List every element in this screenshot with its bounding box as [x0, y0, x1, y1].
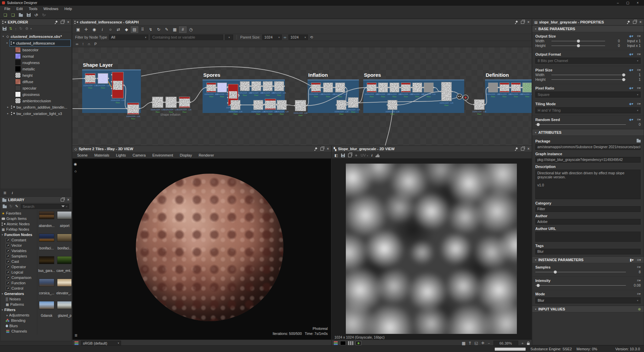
fit-view-icon[interactable]: ◱: [475, 341, 478, 345]
undo-icon[interactable]: ↺▾: [33, 12, 40, 18]
image-icon[interactable]: ▦: [171, 26, 178, 33]
close-icon[interactable]: ×: [637, 1, 639, 5]
function-icon[interactable]: ◈▾: [629, 118, 633, 121]
float-icon[interactable]: [521, 21, 524, 24]
camera-icon[interactable]: ◉: [74, 162, 77, 166]
reload-icon[interactable]: ↻: [19, 26, 22, 31]
graph-node[interactable]: 1024x1024 - L16Raw: [439, 82, 453, 106]
graph-canvas[interactable]: 1024x1024 - L16Raw1024x1024 - L16Raw1024…: [72, 47, 532, 146]
graph-dot-node[interactable]: [463, 95, 468, 100]
explorer-output-normal[interactable]: normal: [2, 53, 71, 59]
screenshot-icon[interactable]: ◉: [91, 26, 98, 33]
rotate-icon[interactable]: ↻: [155, 26, 162, 33]
menu-icon[interactable]: ≡▾: [637, 68, 641, 72]
timer-icon[interactable]: ◷: [187, 26, 195, 33]
histogram-icon[interactable]: [376, 154, 380, 157]
save-all-icon[interactable]: [25, 12, 32, 18]
description-field[interactable]: Directional blur with direction driven b…: [535, 170, 641, 199]
open-icon[interactable]: [17, 12, 24, 18]
float-icon[interactable]: [61, 21, 64, 24]
library-category-control[interactable]: ↗Control: [0, 286, 37, 291]
pixel-ratio-select[interactable]: Square▾: [535, 92, 641, 98]
view3d-menu-materials[interactable]: Materials: [91, 153, 113, 157]
node-icon[interactable]: ◆: [123, 26, 130, 33]
graph-node[interactable]: 1024x1024 - L16Raw: [472, 100, 486, 115]
hierarchy-tab-icon[interactable]: ≣: [3, 191, 6, 195]
search-options-button[interactable]: ▾: [225, 35, 233, 40]
export-image-icon[interactable]: ◧: [334, 153, 338, 158]
view3d-canvas[interactable]: ◉ ☼ Photoreal Iterations: 500/500 Time: …: [72, 159, 331, 340]
close-icon[interactable]: ×: [639, 20, 642, 24]
explorer-package-row[interactable]: ▾ ◇ clustered_inflorescence.sbs*: [2, 33, 71, 40]
view3d-menu-scene[interactable]: Scene: [74, 153, 91, 157]
tiling-mode-select[interactable]: H and V Tiling▾: [535, 107, 641, 113]
library-category-function[interactable]: ↗Function: [0, 280, 37, 286]
float-icon[interactable]: [61, 198, 64, 201]
mode-select[interactable]: Blur▾: [535, 297, 641, 303]
wire-icon[interactable]: ↯: [147, 26, 154, 33]
library-search-input[interactable]: Search »: [21, 204, 69, 209]
library-category-samplers[interactable]: ↗Samplers: [0, 253, 37, 259]
author-url-field[interactable]: [535, 232, 641, 242]
pixel-height-slider[interactable]: [551, 78, 626, 81]
close-icon[interactable]: ×: [67, 20, 69, 24]
explorer-output-basecolor[interactable]: basecolor: [2, 47, 71, 53]
close-icon[interactable]: ×: [327, 147, 329, 151]
parent-width-select[interactable]: 1024 ▾: [262, 35, 282, 40]
reset-size-icon[interactable]: ⟲: [310, 35, 313, 40]
graph-search-input[interactable]: Containing text or variable: [150, 35, 223, 40]
new-folder-icon[interactable]: [3, 206, 7, 208]
explorer-package-row[interactable]: ▸bw_uniform_additive_blendin...: [2, 104, 71, 110]
pin-icon[interactable]: [314, 147, 317, 151]
explorer-output-metallic[interactable]: metallic: [2, 66, 71, 72]
graph-node[interactable]: 1024x1024 - L16Raw: [126, 103, 140, 120]
pin-stack-icon[interactable]: ⁝: [83, 42, 84, 46]
refresh-icon[interactable]: ↻: [9, 204, 12, 209]
tools-icon[interactable]: ✎: [163, 26, 170, 33]
filter-icon[interactable]: [61, 206, 65, 209]
tags-field[interactable]: Blur: [535, 249, 641, 254]
function-icon[interactable]: ◈▾: [629, 86, 633, 90]
width-slider[interactable]: [551, 39, 605, 43]
section-instance-parameters[interactable]: ▾ INSTANCE PARAMETERS ▮▾≡▾: [532, 256, 644, 263]
colorspace-layers-icon[interactable]: [74, 341, 79, 345]
menu-icon[interactable]: ≡▾: [637, 279, 641, 282]
node-link-icon[interactable]: ◆: [355, 154, 357, 157]
view3d-menu-camera[interactable]: Camera: [129, 153, 149, 157]
function-icon[interactable]: ◈▾: [629, 34, 633, 38]
menu-help[interactable]: Help: [61, 6, 75, 11]
save-icon[interactable]: [341, 154, 345, 157]
align-nodes-icon[interactable]: ⠿: [139, 26, 146, 33]
library-category-vector[interactable]: ↗Vector: [0, 243, 37, 248]
library-category-adjustments[interactable]: ◑Adjustments: [0, 312, 37, 318]
section-attributes[interactable]: ▾ ATTRIBUTES: [532, 129, 644, 136]
sync-icon[interactable]: ⇅: [9, 26, 12, 31]
zoom-out-icon[interactable]: −: [488, 341, 490, 345]
function-icon[interactable]: ◈▾: [629, 52, 633, 56]
library-category-fxmap-nodes[interactable]: ▦FxMap Nodes: [0, 227, 37, 232]
view3d-menu-lights[interactable]: Lights: [113, 153, 129, 157]
view2d-canvas[interactable]: 1024 x 1024 (Grayscale, 16bpc): [332, 159, 532, 340]
library-category-graph-items[interactable]: Graph Items: [0, 216, 37, 221]
graph-dot-node[interactable]: [457, 94, 462, 99]
library-category-patterns[interactable]: ▩Patterns: [0, 302, 37, 307]
section-base-parameters[interactable]: ▾ BASE PARAMETERS: [532, 25, 644, 32]
graph-node[interactable]: 1024x1024 - L16Raw: [151, 97, 164, 113]
intensity-slider[interactable]: [535, 284, 626, 287]
float-icon[interactable]: [320, 148, 324, 151]
minimize-icon[interactable]: –: [617, 1, 619, 5]
more-icon[interactable]: »: [66, 205, 67, 208]
view3d-menu-environment[interactable]: Environment: [149, 153, 176, 157]
library-category-comparison[interactable]: ↗Comparison: [0, 275, 37, 280]
display-output-icon[interactable]: ▤: [131, 26, 138, 33]
library-category-effects[interactable]: ✦Effects: [0, 334, 37, 335]
snap-icon[interactable]: ∩: [88, 42, 90, 46]
category-field[interactable]: Filter: [535, 206, 641, 212]
explorer-output-height[interactable]: height: [2, 72, 71, 78]
menu-icon[interactable]: ≡▾: [637, 265, 641, 269]
parent-height-select[interactable]: 1024 ▾: [288, 35, 308, 40]
explorer-output-specular[interactable]: specular: [2, 85, 71, 91]
library-thumbnail[interactable]: elevator_...: [56, 279, 71, 295]
tiling-swatch[interactable]: [348, 341, 354, 345]
info-icon[interactable]: i: [99, 26, 106, 33]
